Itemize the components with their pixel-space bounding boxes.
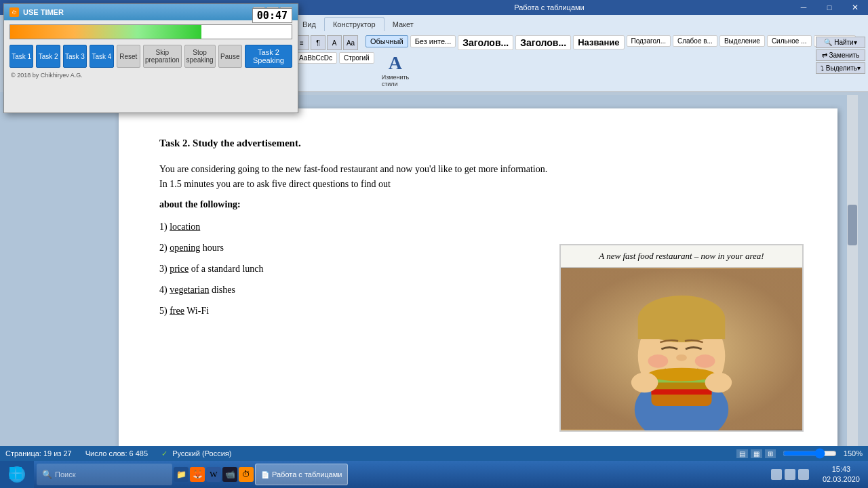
svg-rect-19: [9, 474, 15, 479]
style-heading1[interactable]: Заголов...: [458, 35, 513, 50]
find-button[interactable]: 🔍 Найти▾: [816, 37, 865, 48]
tray-icon-1[interactable]: [771, 469, 782, 480]
clock-time: 15:43: [823, 464, 860, 474]
zoom-level: 150%: [844, 449, 863, 458]
taskbar-word-icon[interactable]: W: [206, 467, 221, 482]
task-heading: Task 2. Study the advertisement.: [159, 136, 797, 151]
taskbar-files-icon[interactable]: 📁: [174, 467, 189, 482]
item-1-text: location: [170, 222, 200, 232]
svg-rect-18: [16, 467, 22, 472]
word-maximize-button[interactable]: □: [816, 0, 842, 15]
svg-rect-17: [9, 467, 15, 472]
svg-point-12: [648, 368, 715, 382]
view-icons: ▤ ▦ ⊞: [736, 449, 776, 458]
words-status: Число слов: 6 485: [85, 449, 148, 458]
svg-point-7: [676, 354, 687, 361]
list-item-1: 1) location: [159, 220, 797, 234]
format-btn-2[interactable]: ¶: [311, 35, 326, 50]
timer-buttons-row1: Task 1 Task 2 Task 3 Task 4 Reset Skip p…: [4, 42, 298, 70]
timer-display: 00:47: [252, 8, 292, 23]
ribbon-tab-constructor[interactable]: Конструктор: [324, 17, 384, 31]
svg-rect-20: [16, 474, 22, 479]
format-btn-3[interactable]: A: [327, 35, 342, 50]
status-bar: Страница: 19 из 27 Число слов: 6 485 ✓ Р…: [0, 446, 868, 461]
task4-button[interactable]: Task 4: [90, 45, 113, 68]
search-bar[interactable]: 🔍 Поиск: [37, 464, 172, 485]
taskbar-zoom-icon[interactable]: 📹: [222, 467, 237, 482]
view-btn-2[interactable]: ▦: [751, 449, 762, 458]
pause-button[interactable]: Pause: [218, 45, 242, 68]
item-3-text: price: [170, 264, 189, 274]
advertisement-box: A new fast food restaurant – now in your…: [559, 244, 804, 432]
timer-icon: ⏱: [9, 7, 19, 17]
svg-point-14: [705, 373, 732, 393]
task3-button[interactable]: Task 3: [63, 45, 87, 68]
word-window-controls: ─ □ ✕: [791, 0, 868, 15]
taskbar-tray: [766, 469, 814, 480]
reset-button[interactable]: Reset: [117, 45, 140, 68]
ribbon-title: Работа с таблицами: [514, 3, 584, 12]
style-strict[interactable]: Строгий: [339, 52, 374, 64]
taskbar-clock: 15:43 02.03.2020: [814, 464, 868, 485]
svg-rect-6: [638, 319, 726, 340]
progress-bar: [9, 24, 292, 39]
style-subtle[interactable]: Слабое в...: [673, 35, 717, 47]
stop-speaking-button[interactable]: Stop speaking: [184, 45, 216, 68]
view-btn-3[interactable]: ⊞: [765, 449, 776, 458]
format-btn-4[interactable]: Aa: [343, 35, 358, 50]
start-button[interactable]: [0, 461, 34, 488]
word-close-button[interactable]: ✕: [842, 0, 868, 15]
ribbon-tab-layout[interactable]: Макет: [384, 18, 422, 31]
view-btn-1[interactable]: ▤: [736, 449, 748, 458]
doc-scrollbar-thumb[interactable]: [848, 205, 857, 245]
word-minimize-button[interactable]: ─: [791, 0, 816, 15]
clock-date: 02.03.2020: [823, 474, 860, 485]
task-subtext-text: about the following:: [159, 199, 241, 209]
ad-header: A new fast food restaurant – now in your…: [561, 245, 802, 268]
zoom-slider[interactable]: [783, 448, 837, 459]
style-heading2[interactable]: Заголов...: [515, 35, 571, 50]
taskbar: 🔍 Поиск 📁 🦊 W 📹 ⏱ 📄 Работа с таблицами 1…: [0, 461, 868, 488]
taskbar-items: 🔍 Поиск 📁 🦊 W 📹 ⏱ 📄 Работа с таблицами: [34, 464, 766, 485]
large-a-icon: A: [389, 52, 402, 74]
select-button[interactable]: ⤵ Выделить▾: [816, 62, 865, 74]
style-emphasis[interactable]: Выделение: [719, 35, 765, 47]
item-5-text: free: [170, 306, 184, 316]
doc-scrollbar[interactable]: [847, 95, 858, 461]
style-subtitle[interactable]: Подзагол...: [627, 35, 671, 47]
document-area: Task 2. Study the advertisement. You are…: [105, 95, 858, 461]
svg-rect-11: [652, 389, 712, 394]
task-paragraph: You are considering going to the new fas…: [159, 162, 553, 192]
svg-point-13: [631, 373, 658, 393]
ribbon-tab-view[interactable]: Вид: [294, 18, 324, 31]
task1-button[interactable]: Task 1: [9, 45, 33, 68]
tray-icon-2[interactable]: [785, 469, 795, 480]
language-check-icon: ✓: [161, 449, 167, 458]
ribbon-title-bar: Работа с таблицами: [292, 0, 807, 15]
language-indicator: ✓ Русский (Россия): [161, 449, 231, 458]
ad-image: [561, 268, 802, 430]
style-10[interactable]: AaBbCcDc: [294, 52, 337, 64]
item-4-text: vegetarian: [170, 285, 209, 295]
task-paragraph-text: You are considering going to the new fas…: [159, 164, 547, 189]
style-title[interactable]: Название: [573, 35, 624, 49]
style-no-spacing[interactable]: Без инте...: [410, 35, 456, 47]
ribbon-tabs: Вид Конструктор Макет: [292, 15, 868, 31]
style-intense[interactable]: Сильное ...: [767, 35, 812, 47]
item-2-text: opening: [170, 243, 200, 253]
task2-button[interactable]: Task 2: [36, 45, 60, 68]
change-styles-label: Изменитьстили: [382, 74, 410, 87]
tray-icon-3[interactable]: [798, 469, 809, 480]
taskbar-active-item[interactable]: 📄 Работа с таблицами: [255, 464, 348, 485]
timer-title: USE TIMER: [23, 8, 249, 16]
task2-speaking-button[interactable]: Task 2 Speaking: [245, 45, 292, 68]
editing-group: 🔍 Найти▾ ⇄ Заменить ⤵ Выделить▾: [816, 37, 865, 74]
skip-prep-button[interactable]: Skip preparation: [143, 45, 182, 68]
burger-boy-image: [561, 268, 802, 430]
taskbar-timer-icon[interactable]: ⏱: [239, 467, 254, 482]
format-buttons: ≡ ¶ A Aa: [294, 35, 358, 50]
replace-button[interactable]: ⇄ Заменить: [816, 49, 865, 61]
style-normal[interactable]: Обычный: [366, 35, 408, 47]
taskbar-firefox-icon[interactable]: 🦊: [190, 467, 205, 482]
doc-page: Task 2. Study the advertisement. You are…: [119, 108, 837, 447]
